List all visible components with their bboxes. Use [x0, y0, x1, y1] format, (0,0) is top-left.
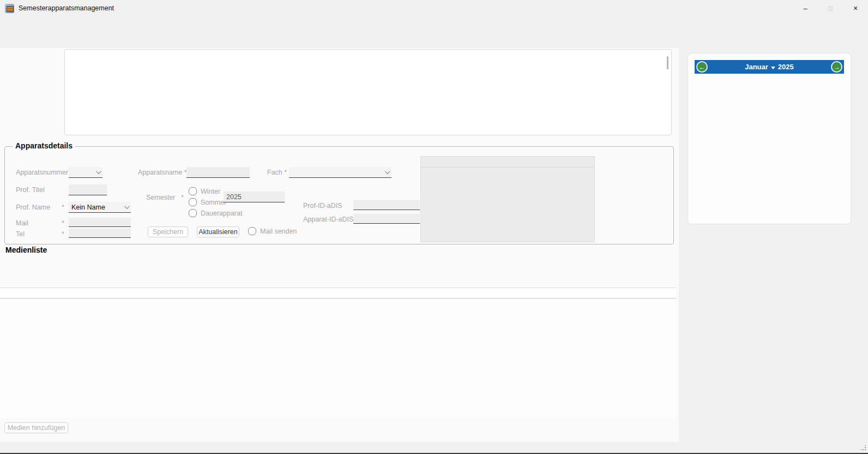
radio-winter[interactable] [189, 187, 197, 195]
tel-input[interactable] [69, 229, 131, 238]
calendar: ← Januar 2025 → [688, 53, 851, 224]
apparatsname-input[interactable] [186, 167, 250, 178]
window-title: Semesterapparatsmanagement [19, 4, 114, 12]
prof-id-adis-label: Prof-ID-aDIS [303, 202, 342, 210]
required-marker: * [62, 219, 64, 227]
app-icon [5, 4, 14, 13]
prof-id-adis-input[interactable] [353, 200, 420, 210]
mail-senden-checkbox[interactable] [248, 227, 256, 235]
groupbox-legend: Apparatsdetails [13, 141, 75, 150]
radio-sommer-label: Sommer [201, 199, 226, 206]
fach-label: Fach * [267, 169, 287, 176]
radio-dauerapparat[interactable] [189, 209, 197, 217]
year-input[interactable] [224, 192, 285, 202]
resize-grip-icon[interactable] [861, 445, 866, 451]
apparatsnummer-select[interactable] [69, 167, 103, 178]
medienliste-header [0, 288, 676, 298]
titlebar: Semesterapparatsmanagement – □ × [0, 0, 868, 16]
table-scrollbar[interactable] [667, 56, 668, 69]
tel-label: Tel [16, 230, 25, 238]
minimize-icon[interactable]: – [793, 0, 818, 16]
maximize-icon[interactable]: □ [818, 0, 843, 16]
documents-list-header [421, 157, 594, 168]
close-icon[interactable]: × [843, 0, 868, 16]
tab-page-anlegen: Apparatsdetails Apparatsnummer Apparatsn… [0, 48, 679, 442]
calendar-prev-button[interactable]: ← [697, 62, 707, 71]
calendar-year: 2025 [778, 63, 794, 71]
required-marker: * [181, 194, 184, 201]
radio-sommer[interactable] [189, 198, 197, 206]
fach-select[interactable] [289, 167, 391, 178]
calendar-month: Januar [745, 63, 768, 71]
medien-hinzufuegen-button[interactable]: Medien hinzufügen [4, 422, 68, 433]
required-marker: * [62, 230, 64, 238]
right-panel: ← Januar 2025 → [679, 48, 868, 454]
documents-list [420, 156, 595, 242]
mail-input[interactable] [69, 218, 131, 227]
apps-table [64, 49, 672, 135]
apparat-id-adis-label: Apparat-ID-aDIS [303, 216, 353, 223]
medienliste-body [0, 299, 676, 417]
semester-label: Semester [146, 194, 176, 201]
medienliste-title: Medienliste [5, 246, 47, 254]
radio-dauerapparat-label: Dauerapparat [201, 210, 242, 217]
apparatsnummer-label: Apparatsnummer [16, 169, 68, 176]
mail-label: Mail [16, 219, 28, 227]
calendar-next-button[interactable]: → [832, 62, 841, 71]
calendar-header: ← Januar 2025 → [695, 60, 844, 74]
status-strip [0, 442, 679, 454]
apparatsname-label: Apparatsname * [138, 169, 187, 176]
menu-bar [0, 16, 868, 34]
app-window: Semesterapparatsmanagement – □ × Apparat… [0, 0, 868, 454]
aktualisieren-button[interactable]: Aktualisieren [197, 226, 239, 237]
prof-titel-input[interactable] [69, 184, 107, 195]
chevron-down-icon [385, 169, 390, 174]
radio-winter-label: Winter [201, 188, 220, 195]
prof-name-select[interactable]: Kein Name [69, 202, 131, 213]
calendar-title[interactable]: Januar 2025 [745, 63, 794, 71]
chevron-down-icon [124, 204, 130, 209]
window-controls: – □ × [793, 0, 868, 16]
prof-name-label: Prof. Name [16, 204, 50, 211]
speichern-button[interactable]: Speichern [148, 226, 188, 237]
chevron-down-icon [96, 169, 101, 174]
mail-senden-label: Mail senden [260, 228, 297, 235]
chevron-down-icon [771, 67, 775, 69]
apparatsdetails-groupbox: Apparatsdetails Apparatsnummer Apparatsn… [4, 146, 674, 244]
required-marker: * [62, 204, 64, 211]
prof-titel-label: Prof. Titel [16, 186, 45, 194]
prof-name-value: Kein Name [71, 204, 105, 211]
apparat-id-adis-input[interactable] [353, 214, 420, 224]
